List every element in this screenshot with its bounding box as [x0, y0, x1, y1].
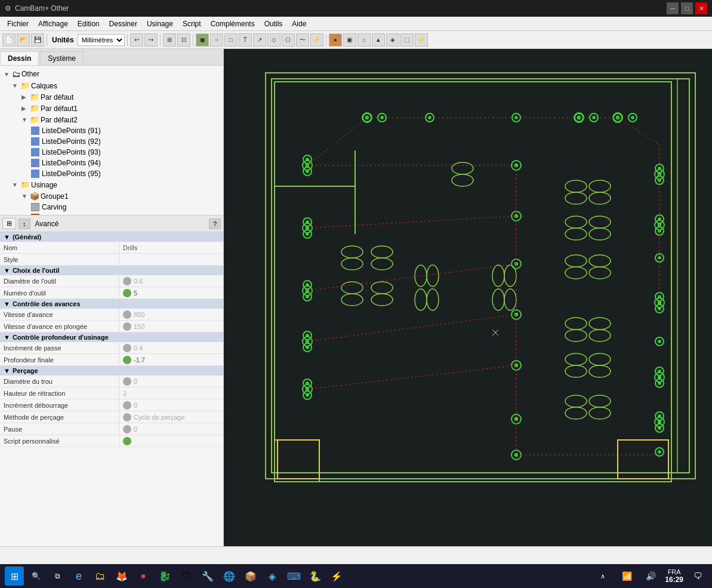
- search-button[interactable]: 🔍: [26, 567, 45, 586]
- section-percage[interactable]: ▼ Perçage: [0, 366, 223, 375]
- prop-nom-value[interactable]: Drills: [119, 242, 223, 253]
- tab-dessin[interactable]: Dessin: [0, 51, 39, 65]
- redo-button[interactable]: ↪: [144, 33, 158, 47]
- tool7[interactable]: ⬡: [282, 33, 295, 47]
- tree-node-calques[interactable]: ▼ 📁 Calques: [2, 80, 221, 91]
- props-grid-btn[interactable]: ⊞: [2, 218, 16, 229]
- tool5[interactable]: ↗: [253, 33, 266, 47]
- prop-numero-outil-value[interactable]: 5: [119, 287, 223, 298]
- explorer-icon[interactable]: 🗂: [91, 567, 110, 586]
- app2-icon[interactable]: 🐉: [155, 567, 174, 586]
- minimize-button[interactable]: ─: [667, 2, 679, 14]
- app6-icon[interactable]: ◈: [263, 567, 282, 586]
- task-view-button[interactable]: ⧉: [48, 567, 67, 586]
- tray-area[interactable]: ∧: [593, 567, 612, 586]
- maximize-button[interactable]: □: [681, 2, 693, 14]
- tool1[interactable]: ◼: [196, 33, 209, 47]
- section-avances[interactable]: ▼ Contrôle des avances: [0, 299, 223, 309]
- props-help-btn[interactable]: ?: [209, 218, 221, 229]
- notification-icon[interactable]: 🗨: [688, 567, 707, 586]
- firefox-icon[interactable]: 🦊: [112, 567, 131, 586]
- tool14[interactable]: ◈: [386, 33, 399, 47]
- close-button[interactable]: ✕: [695, 2, 707, 14]
- pcb-canvas[interactable]: [224, 49, 712, 546]
- network-icon[interactable]: 📶: [617, 567, 636, 586]
- tool6[interactable]: ◇: [267, 33, 281, 47]
- menu-affichage[interactable]: Affichage: [33, 19, 73, 29]
- section-profondeur[interactable]: ▼ Contrôle profondeur d'usinage: [0, 333, 223, 342]
- tool11[interactable]: ▣: [343, 33, 356, 47]
- tool10[interactable]: ●: [329, 33, 342, 47]
- tree-node-groupe1[interactable]: ▼ 📦 Groupe1: [2, 190, 221, 202]
- menu-aide[interactable]: Aide: [287, 19, 311, 29]
- undo-button[interactable]: ↩: [130, 33, 143, 47]
- chrome-icon[interactable]: 🌐: [220, 567, 239, 586]
- section-outil[interactable]: ▼ Choix de l'outil: [0, 266, 223, 275]
- tree-node-other[interactable]: ▼ 🗂 Other: [2, 68, 221, 80]
- expand-pardefaut[interactable]: ▶: [21, 94, 29, 100]
- tree-node-liste93[interactable]: ListeDePoints (93): [2, 147, 221, 158]
- tree-label-liste91: ListeDePoints (91): [42, 127, 101, 135]
- vscode-icon[interactable]: ⌨: [284, 567, 303, 586]
- list-icon-93: [31, 148, 39, 156]
- menu-script[interactable]: Script: [178, 19, 206, 29]
- python-icon[interactable]: 🐍: [306, 567, 325, 586]
- expand-calques[interactable]: ▼: [12, 82, 19, 89]
- save-button[interactable]: 💾: [31, 33, 44, 47]
- app4-icon[interactable]: 🔧: [198, 567, 217, 586]
- prop-style-value[interactable]: [119, 254, 223, 265]
- app3-icon[interactable]: 🛡: [177, 567, 196, 586]
- app1-icon[interactable]: ●: [134, 567, 153, 586]
- expand-other[interactable]: ▼: [4, 71, 11, 78]
- grid-button[interactable]: ⊞: [163, 33, 176, 47]
- tool15[interactable]: ⬚: [400, 33, 414, 47]
- snap-button[interactable]: ⊡: [177, 33, 190, 47]
- tree-node-carving[interactable]: Carving: [2, 202, 221, 213]
- tree-node-liste91[interactable]: ListeDePoints (91): [2, 125, 221, 136]
- start-button[interactable]: ⊞: [5, 567, 24, 586]
- app7-icon[interactable]: ⚡: [327, 567, 346, 586]
- menu-edition[interactable]: Edition: [73, 19, 104, 29]
- menu-complements[interactable]: Compléments: [206, 19, 260, 29]
- expand-pardefaut1[interactable]: ▶: [21, 105, 29, 112]
- section-outil-collapse: ▼: [4, 267, 10, 274]
- tool9[interactable]: ⚡: [310, 33, 323, 47]
- expand-groupe1[interactable]: ▼: [21, 193, 29, 199]
- tree-node-liste94[interactable]: ListeDePoints (94): [2, 158, 221, 168]
- app5-icon[interactable]: 📦: [241, 567, 260, 586]
- menu-outils[interactable]: Outils: [260, 19, 288, 29]
- prop-script-value[interactable]: [119, 435, 223, 447]
- toolbar: 📄 📂 💾 Unités Millimètres Pouces ↩ ↪ ⊞ ⊡ …: [0, 31, 712, 49]
- tab-systeme[interactable]: Système: [40, 51, 84, 65]
- tool13[interactable]: ▲: [372, 33, 385, 47]
- tool12[interactable]: ⌂: [357, 33, 371, 47]
- tree-node-usinage[interactable]: ▼ 📁 Usinage: [2, 179, 221, 190]
- tree-node-liste95[interactable]: ListeDePoints (95): [2, 168, 221, 179]
- tool16[interactable]: ⚡: [415, 33, 428, 47]
- prop-profondeur-finale-label: Profondeur finale: [0, 354, 119, 365]
- menu-dessiner[interactable]: Dessiner: [104, 19, 142, 29]
- new-button[interactable]: 📄: [2, 33, 16, 47]
- menu-fichier[interactable]: Fichier: [2, 19, 33, 29]
- props-sort-btn[interactable]: ↕: [19, 218, 30, 229]
- tool2[interactable]: ○: [210, 33, 223, 47]
- expand-pardefaut2[interactable]: ▼: [21, 116, 29, 123]
- tool4[interactable]: T: [239, 33, 252, 47]
- tree-node-pardefaut[interactable]: ▶ 📁 Par défaut: [2, 91, 221, 103]
- tree-node-liste92[interactable]: ListeDePoints (92): [2, 136, 221, 147]
- prop-profondeur-finale-value[interactable]: -1.7: [119, 354, 223, 365]
- canvas-area[interactable]: [224, 49, 712, 546]
- edge-icon[interactable]: e: [69, 567, 88, 586]
- expand-usinage[interactable]: ▼: [12, 181, 19, 188]
- tool8[interactable]: 〜: [296, 33, 309, 47]
- list-icon-95: [31, 170, 39, 178]
- prop-retraction-label: Hauteur de rétraction: [0, 387, 119, 399]
- units-select[interactable]: Millimètres Pouces: [78, 34, 125, 46]
- tree-node-pardefaut2[interactable]: ▼ 📁 Par défaut2: [2, 114, 221, 125]
- section-general[interactable]: ▼ (Général): [0, 232, 223, 242]
- tool3[interactable]: □: [224, 33, 238, 47]
- menu-usinage[interactable]: Usinage: [142, 19, 178, 29]
- sound-icon[interactable]: 🔊: [641, 567, 660, 586]
- open-button[interactable]: 📂: [17, 33, 30, 47]
- tree-node-pardefaut1[interactable]: ▶ 📁 Par défaut1: [2, 103, 221, 114]
